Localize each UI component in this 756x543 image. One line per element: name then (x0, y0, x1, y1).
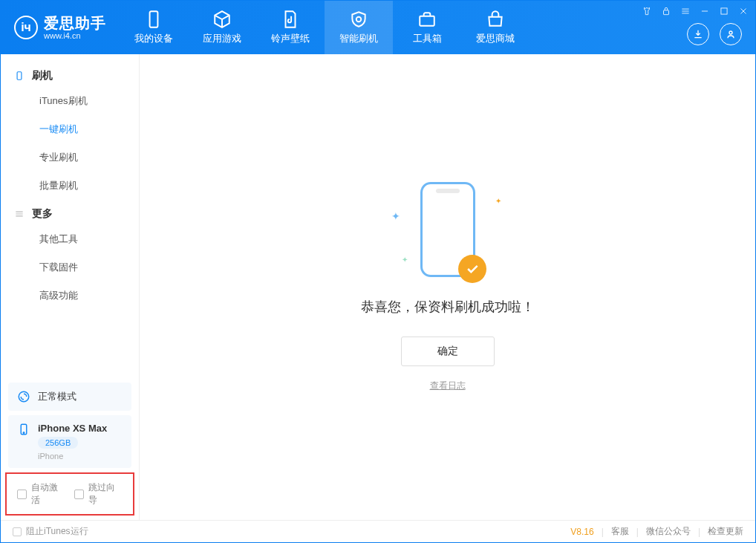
sidebar-item-itunes-flash[interactable]: iTunes刷机 (1, 87, 139, 115)
block-itunes-checkbox[interactable]: 阻止iTunes运行 (13, 525, 88, 538)
svg-rect-0 (150, 11, 158, 27)
store-icon (486, 10, 505, 29)
success-illustration: ✦ ✦ ✦ (388, 182, 507, 279)
body: 刷机 iTunes刷机 一键刷机 专业刷机 批量刷机 更多 其他工具 下载固件 … (1, 54, 755, 520)
header-actions (687, 23, 742, 45)
mode-icon (17, 390, 30, 403)
mode-card[interactable]: 正常模式 (8, 383, 131, 411)
group-title: 更多 (32, 207, 53, 221)
svg-rect-2 (664, 10, 669, 15)
tab-smart-flash[interactable]: 智能刷机 (325, 1, 393, 54)
check-update-link[interactable]: 检查更新 (708, 525, 743, 538)
device-icon (144, 10, 163, 29)
svg-rect-5 (17, 72, 22, 80)
group-title: 刷机 (32, 69, 53, 82)
minimize-icon[interactable] (699, 5, 711, 17)
statusbar: 阻止iTunes运行 V8.16 | 客服 | 微信公众号 | 检查更新 (1, 520, 755, 542)
tab-my-device[interactable]: 我的设备 (120, 1, 188, 54)
app-logo: iч 爱思助手 www.i4.cn (1, 15, 120, 40)
checkbox-label: 跳过向导 (88, 481, 123, 507)
download-button[interactable] (687, 23, 709, 45)
tab-toolbox[interactable]: 工具箱 (393, 1, 461, 54)
device-icon (17, 423, 30, 436)
main-panel: ✦ ✦ ✦ 恭喜您，保资料刷机成功啦！ 确定 查看日志 (140, 54, 755, 520)
tab-ringtones-wallpapers[interactable]: 铃声壁纸 (256, 1, 325, 54)
sidebar-group-flash: 刷机 (1, 62, 139, 87)
view-log-link[interactable]: 查看日志 (430, 380, 466, 392)
sidebar-item-download-firmware[interactable]: 下载固件 (1, 253, 139, 282)
app-window: iч 爱思助手 www.i4.cn 我的设备 应用游戏 铃声壁纸 智能刷机 (0, 0, 756, 543)
tab-store[interactable]: 爱思商城 (461, 1, 529, 54)
sidebar-item-oneclick-flash[interactable]: 一键刷机 (1, 115, 139, 143)
sparkle-icon: ✦ (402, 256, 408, 264)
sidebar-item-other-tools[interactable]: 其他工具 (1, 225, 139, 253)
lock-icon[interactable] (660, 5, 672, 17)
sparkle-icon: ✦ (495, 197, 501, 205)
svg-rect-3 (721, 8, 727, 14)
toolbox-icon (417, 10, 437, 29)
skip-wizard-checkbox[interactable]: 跳过向导 (74, 481, 123, 507)
menu-icon[interactable] (680, 5, 691, 17)
logo-icon: iч (14, 16, 38, 39)
sidebar: 刷机 iTunes刷机 一键刷机 专业刷机 批量刷机 更多 其他工具 下载固件 … (1, 54, 140, 520)
checkbox-label: 自动激活 (31, 481, 65, 507)
sidebar-item-advanced[interactable]: 高级功能 (1, 282, 139, 310)
version-label: V8.16 (570, 527, 593, 537)
list-icon (14, 209, 25, 219)
cube-icon (212, 10, 232, 29)
tab-label: 工具箱 (413, 32, 442, 45)
svg-point-8 (23, 432, 25, 434)
svg-rect-1 (420, 16, 434, 26)
user-button[interactable] (720, 23, 742, 45)
svg-point-4 (729, 31, 732, 34)
shirt-icon[interactable] (641, 5, 653, 17)
app-title: 爱思助手 (44, 15, 106, 31)
ok-button[interactable]: 确定 (401, 336, 495, 366)
maximize-icon[interactable] (718, 5, 730, 17)
auto-activate-checkbox[interactable]: 自动激活 (17, 481, 65, 507)
sidebar-group-more: 更多 (1, 200, 139, 225)
close-icon[interactable] (737, 5, 749, 17)
mode-label: 正常模式 (38, 390, 76, 403)
device-storage: 256GB (38, 437, 78, 449)
checkbox-label: 阻止iTunes运行 (26, 525, 88, 538)
check-badge-icon (458, 255, 486, 283)
phone-outline-icon (14, 71, 25, 81)
music-file-icon (281, 10, 300, 29)
tab-label: 铃声壁纸 (271, 32, 310, 45)
svg-point-6 (19, 391, 29, 402)
app-url: www.i4.cn (44, 31, 106, 40)
sidebar-item-pro-flash[interactable]: 专业刷机 (1, 143, 139, 172)
device-type: iPhone (38, 452, 107, 461)
refresh-shield-icon (349, 10, 368, 29)
device-name: iPhone XS Max (38, 423, 107, 434)
tab-apps-games[interactable]: 应用游戏 (188, 1, 256, 54)
tab-label: 应用游戏 (203, 32, 241, 45)
sparkle-icon: ✦ (391, 210, 400, 222)
wechat-link[interactable]: 微信公众号 (646, 525, 691, 538)
main-tabs: 我的设备 应用游戏 铃声壁纸 智能刷机 工具箱 爱思商城 (120, 1, 529, 54)
support-link[interactable]: 客服 (611, 525, 629, 538)
tab-label: 爱思商城 (476, 32, 515, 45)
options-row: 自动激活 跳过向导 (5, 472, 134, 516)
sidebar-item-batch-flash[interactable]: 批量刷机 (1, 172, 139, 200)
window-controls (641, 5, 749, 17)
device-card[interactable]: iPhone XS Max 256GB iPhone (8, 415, 131, 468)
success-message: 恭喜您，保资料刷机成功啦！ (361, 298, 535, 316)
titlebar: iч 爱思助手 www.i4.cn 我的设备 应用游戏 铃声壁纸 智能刷机 (1, 1, 755, 54)
tab-label: 智能刷机 (339, 32, 378, 45)
tab-label: 我的设备 (134, 32, 173, 45)
